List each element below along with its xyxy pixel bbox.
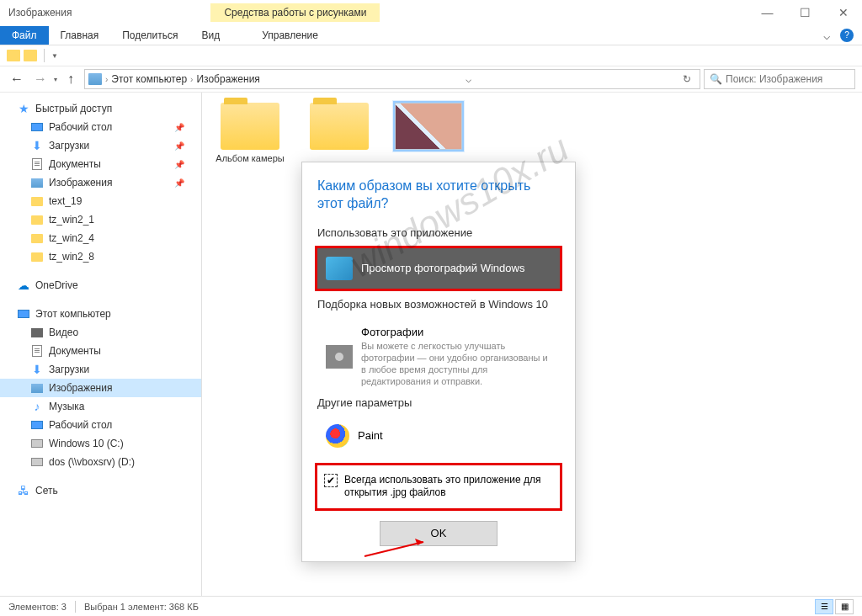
sidebar-item-drive-d[interactable]: dos (\\vboxsrv) (D:) <box>0 453 201 471</box>
app-option-photo-viewer[interactable]: Просмотр фотографий Windows <box>315 246 562 291</box>
ok-button[interactable]: OK <box>380 521 498 546</box>
sidebar-this-pc[interactable]: Этот компьютер <box>0 305 201 323</box>
sidebar-item-downloads[interactable]: ⬇ Загрузки 📌 <box>0 136 201 155</box>
network-icon: 🖧 <box>17 484 30 497</box>
sidebar-item-folder[interactable]: tz_win2_4 <box>0 229 201 247</box>
sidebar-item-drive-c[interactable]: Windows 10 (C:) <box>0 434 201 453</box>
open-with-dialog: Каким образом вы хотите открыть этот фай… <box>301 162 576 562</box>
app-option-photos[interactable]: Фотографии Вы можете с легкостью улучшат… <box>317 317 560 396</box>
checkbox[interactable]: ✔ <box>324 474 338 487</box>
search-input[interactable] <box>726 73 852 85</box>
sidebar-item-folder[interactable]: tz_win2_1 <box>0 210 201 229</box>
drive-icon <box>31 439 43 448</box>
breadcrumb-current[interactable]: Изображения <box>196 73 259 85</box>
pictures-icon <box>31 178 43 188</box>
image-item[interactable] <box>391 103 466 163</box>
address-bar: ← → ▾ ↑ › Этот компьютер › Изображения ⌵… <box>0 66 862 93</box>
nav-up-button[interactable]: ↑ <box>61 69 81 89</box>
folder-icon[interactable] <box>24 50 37 61</box>
sidebar-item-video[interactable]: Видео <box>0 323 201 342</box>
music-icon: ♪ <box>30 400 44 413</box>
sidebar-item-folder[interactable]: tz_win2_8 <box>0 247 201 266</box>
nav-history-dropdown[interactable]: ▾ <box>54 76 57 83</box>
folder-icon <box>31 197 43 206</box>
sidebar-item-documents[interactable]: Документы <box>0 342 201 360</box>
pin-icon: 📌 <box>174 160 184 169</box>
view-details-button[interactable]: ☰ <box>815 599 833 614</box>
sidebar-onedrive[interactable]: ☁ OneDrive <box>0 276 201 295</box>
download-icon: ⬇ <box>30 363 44 376</box>
breadcrumb-pc[interactable]: Этот компьютер <box>111 73 187 85</box>
folder-icon <box>31 252 43 262</box>
image-thumbnail <box>395 103 462 150</box>
video-icon <box>31 328 43 337</box>
sidebar-item-folder[interactable]: text_19 <box>0 192 201 210</box>
chevron-right-icon: › <box>105 75 108 84</box>
sidebar-item-pictures[interactable]: Изображения 📌 <box>0 173 201 192</box>
desktop-icon <box>31 123 43 131</box>
tab-manage[interactable]: Управление <box>250 26 330 45</box>
search-icon: 🔍 <box>710 73 722 85</box>
help-icon[interactable]: ? <box>840 29 854 42</box>
close-button[interactable]: ✕ <box>824 0 862 25</box>
photo-viewer-icon <box>326 257 353 280</box>
tab-view[interactable]: Вид <box>189 26 231 45</box>
pin-icon: 📌 <box>174 123 184 132</box>
minimize-button[interactable]: — <box>748 0 786 25</box>
quick-access-toolbar: ▼ <box>0 45 862 66</box>
chevron-right-icon: › <box>190 75 193 84</box>
pin-icon: 📌 <box>174 178 184 188</box>
pc-icon <box>88 73 102 85</box>
selection-info: Выбран 1 элемент: 368 КБ <box>84 602 199 612</box>
folder-icon[interactable] <box>7 50 20 61</box>
drive-icon <box>31 458 43 466</box>
separator <box>44 49 45 62</box>
folder-item[interactable] <box>301 103 377 163</box>
breadcrumb[interactable]: › Этот компьютер › Изображения ⌵ ↻ <box>84 69 700 89</box>
dialog-section-label: Использовать это приложение <box>317 226 560 239</box>
document-icon <box>32 345 42 357</box>
sidebar-item-desktop[interactable]: Рабочий стол <box>0 416 201 434</box>
view-icons-button[interactable]: ▦ <box>835 599 854 614</box>
window-title: Изображения <box>0 7 72 19</box>
item-count: Элементов: 3 <box>8 602 67 612</box>
sidebar-item-music[interactable]: ♪ Музыка <box>0 397 201 416</box>
context-tab-label: Средства работы с рисунками <box>210 3 380 22</box>
tab-file[interactable]: Файл <box>0 26 49 45</box>
tab-home[interactable]: Главная <box>49 26 111 45</box>
sidebar-item-pictures[interactable]: Изображения <box>0 379 201 397</box>
photos-icon <box>326 345 353 369</box>
sidebar-item-desktop[interactable]: Рабочий стол 📌 <box>0 118 201 136</box>
pc-icon <box>18 310 29 318</box>
window-controls: — ☐ ✕ <box>748 0 862 25</box>
folder-item[interactable]: Альбом камеры <box>212 103 288 163</box>
paint-icon <box>326 424 349 448</box>
document-icon <box>32 158 42 170</box>
desktop-icon <box>31 421 43 429</box>
sidebar-item-documents[interactable]: Документы 📌 <box>0 155 201 173</box>
maximize-button[interactable]: ☐ <box>786 0 824 25</box>
dialog-title: Каким образом вы хотите открыть этот фай… <box>317 178 560 213</box>
sidebar-item-downloads[interactable]: ⬇ Загрузки <box>0 360 201 379</box>
separator <box>75 601 76 613</box>
sidebar-quick-access[interactable]: ★ Быстрый доступ <box>0 99 201 118</box>
dropdown-icon[interactable]: ⌵ <box>460 73 476 85</box>
qat-dropdown-icon[interactable]: ▼ <box>51 52 58 60</box>
download-icon: ⬇ <box>30 139 44 152</box>
titlebar: Изображения Средства работы с рисунками … <box>0 0 862 25</box>
sidebar-network[interactable]: 🖧 Сеть <box>0 481 201 500</box>
pictures-icon <box>31 384 43 393</box>
ribbon-tabs: Файл Главная Поделиться Вид Управление ⌵… <box>0 25 862 45</box>
always-use-checkbox-row[interactable]: ✔ Всегда использовать это приложение для… <box>315 463 562 511</box>
search-box[interactable]: 🔍 <box>704 69 855 89</box>
ribbon-expand-icon[interactable]: ⌵ <box>823 29 830 42</box>
status-bar: Элементов: 3 Выбран 1 элемент: 368 КБ ☰ … <box>0 596 862 616</box>
refresh-icon[interactable]: ↻ <box>678 73 696 85</box>
nav-back-button[interactable]: ← <box>7 69 27 89</box>
folder-icon <box>31 234 43 243</box>
navigation-pane: ★ Быстрый доступ Рабочий стол 📌 ⬇ Загруз… <box>0 93 202 596</box>
nav-forward-button[interactable]: → <box>30 69 51 89</box>
folder-icon <box>31 215 43 225</box>
app-option-paint[interactable]: Paint <box>317 416 560 456</box>
tab-share[interactable]: Поделиться <box>110 26 189 45</box>
